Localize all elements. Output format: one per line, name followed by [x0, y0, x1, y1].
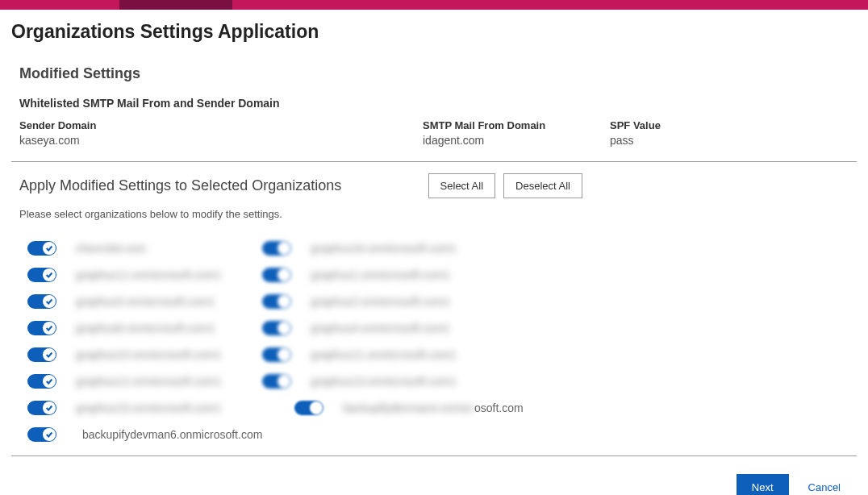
- org-label: graphus8.onmicrosoft.com1: [76, 322, 215, 335]
- org-toggle[interactable]: [27, 427, 56, 442]
- org-item: graphus2.onmicrosoft.com1: [262, 288, 553, 314]
- org-label: graphus10.onmicrosoft.com1: [76, 348, 222, 361]
- org-item: graphus1.onmicrosoft.com1: [262, 261, 553, 288]
- org-label: graphus12.onmicrosoft.com1: [76, 375, 222, 388]
- sender-domain-value: kaseya.com: [19, 134, 423, 147]
- org-item: graphus10.onmicrosoft.com1: [27, 341, 262, 368]
- divider-bottom: [11, 455, 857, 456]
- org-toggle[interactable]: [294, 401, 323, 415]
- org-toggle[interactable]: [27, 401, 56, 415]
- org-item: graphus15.onmicrosoft.com1: [27, 394, 262, 421]
- org-item: graphus12.onmicrosoft.com1: [27, 368, 262, 394]
- org-item: backupifydevman6.onmicrosoft.com: [27, 421, 262, 447]
- apply-heading: Apply Modified Settings to Selected Orga…: [19, 177, 341, 194]
- org-label: backupifydevman6.onmicrosoft.com: [82, 428, 262, 441]
- org-toggle[interactable]: [27, 374, 56, 389]
- instruction-text: Please select organizations below to mod…: [11, 208, 857, 220]
- smtp-value: idagent.com: [423, 134, 610, 147]
- cancel-link[interactable]: Cancel: [808, 481, 841, 493]
- org-toggle[interactable]: [262, 294, 291, 309]
- whitelist-sub-heading: Whitelisted SMTP Mail From and Sender Do…: [19, 97, 849, 110]
- org-label: graphus11.onmicrosoft.com1: [76, 268, 222, 281]
- org-item: graphus11.onmicrosoft.com1: [262, 341, 553, 368]
- smtp-label: SMTP Mail From Domain: [423, 119, 610, 131]
- next-button[interactable]: Next: [737, 474, 789, 495]
- org-label: graphus3.onmicrosoft.com1: [76, 295, 215, 308]
- org-toggle[interactable]: [262, 374, 291, 389]
- org-toggle[interactable]: [27, 294, 56, 309]
- org-label: graphus4.onmicrosoft.com1: [311, 322, 450, 335]
- org-label: graphus2.onmicrosoft.com1: [311, 295, 450, 308]
- org-item: graphus4.onmicrosoft.com1: [262, 314, 553, 341]
- deselect-all-button[interactable]: Deselect All: [503, 173, 582, 198]
- select-all-button[interactable]: Select All: [428, 173, 495, 198]
- org-toggle[interactable]: [262, 241, 291, 256]
- org-label: backupifydevman4.onmicrosoft.com: [343, 401, 523, 414]
- org-toggle[interactable]: [27, 241, 56, 256]
- org-label: graphus16.onmicrosoft.com1: [311, 242, 457, 255]
- org-toggle[interactable]: [27, 321, 56, 335]
- org-item: graphus11.onmicrosoft.com1: [27, 261, 262, 288]
- org-toggle[interactable]: [262, 321, 291, 335]
- org-item: graphus3.onmicrosoft.com1: [27, 288, 262, 314]
- org-item: graphus8.onmicrosoft.com1: [27, 314, 262, 341]
- org-item: backupifydevman4.onmicrosoft.com: [262, 394, 553, 421]
- org-label: graphus15.onmicrosoft.com1: [76, 401, 222, 414]
- org-toggle[interactable]: [262, 347, 291, 362]
- sender-domain-label: Sender Domain: [19, 119, 423, 131]
- org-item: graphus13.onmicrosoft.com1: [262, 368, 553, 394]
- header-accent: [119, 0, 232, 10]
- org-toggle[interactable]: [27, 347, 56, 362]
- org-label: graphus11.onmicrosoft.com1: [311, 348, 457, 361]
- org-label: graphus1.onmicrosoft.com1: [311, 268, 450, 281]
- org-toggle[interactable]: [27, 268, 56, 282]
- spf-value: pass: [610, 134, 849, 147]
- org-label: chevrolet.com: [76, 242, 146, 255]
- org-toggle[interactable]: [262, 268, 291, 282]
- org-item: graphus16.onmicrosoft.com1: [262, 235, 553, 261]
- org-item: chevrolet.com: [27, 235, 262, 261]
- header-bar: [0, 0, 868, 10]
- modified-settings-heading: Modified Settings: [19, 65, 849, 82]
- page-title: Organizations Settings Application: [11, 21, 857, 43]
- org-label: graphus13.onmicrosoft.com1: [311, 375, 457, 388]
- divider: [11, 161, 857, 162]
- spf-label: SPF Value: [610, 119, 849, 131]
